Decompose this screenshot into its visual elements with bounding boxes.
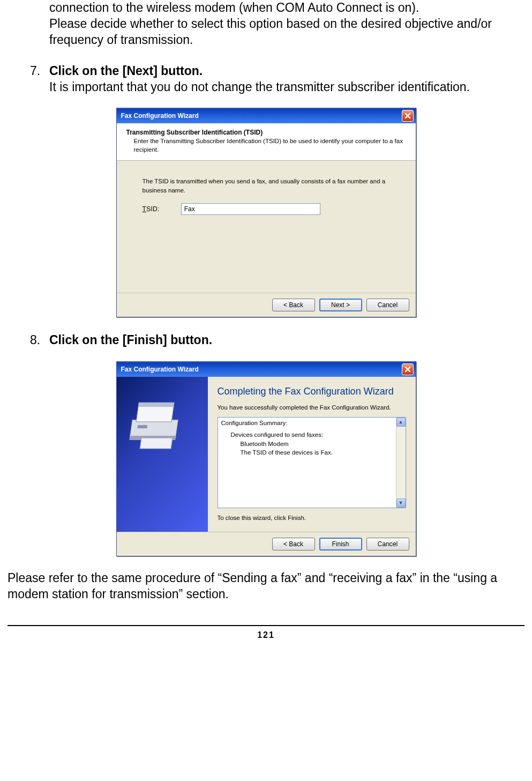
close-icon[interactable] <box>402 363 414 375</box>
step-8-number: 8. <box>30 332 49 348</box>
step-8: 8. Click on the [Finish] button. <box>8 332 524 348</box>
step-7: 7. Click on the [Next] button. It is imp… <box>8 63 524 95</box>
dialog-finish-para1: You have successfully completed the Fax … <box>218 403 406 412</box>
back-button[interactable]: < Back <box>272 299 315 311</box>
tsid-label: TSID: <box>143 205 160 213</box>
page-number: 121 <box>8 630 524 640</box>
dialog-finish-buttons: < Back Finish Cancel <box>117 532 416 556</box>
summary-label: Configuration Summary: <box>221 420 402 426</box>
back-button[interactable]: < Back <box>272 538 315 551</box>
intro-line1: connection to the wireless modem (when C… <box>49 0 524 16</box>
scroll-down-icon[interactable]: ▼ <box>396 499 406 508</box>
svg-rect-5 <box>140 438 173 449</box>
footer-rule <box>8 625 524 626</box>
configuration-summary: Configuration Summary: Devices configure… <box>218 417 406 508</box>
svg-rect-0 <box>129 420 178 438</box>
summary-line-1: Devices configured to send faxes: <box>231 430 402 440</box>
outro-text: Please refer to the same procedure of “S… <box>8 570 524 603</box>
dialog-tsid-header-desc: Enter the Transmitting Subscriber Identi… <box>126 137 406 154</box>
dialog-tsid-buttons: < Back Next > Cancel <box>117 293 416 317</box>
next-button[interactable]: Next > <box>319 299 362 311</box>
finish-button[interactable]: Finish <box>319 538 362 551</box>
scroll-up-icon[interactable]: ▲ <box>396 418 406 427</box>
dialog-finish-title: Fax Configuration Wizard <box>121 366 199 373</box>
cancel-button[interactable]: Cancel <box>366 299 409 311</box>
step-7-number: 7. <box>30 63 49 95</box>
svg-rect-3 <box>137 425 147 428</box>
cancel-button[interactable]: Cancel <box>366 538 409 551</box>
dialog-tsid-body: The TSID is transmitted when you send a … <box>117 161 416 293</box>
printer-icon <box>126 392 191 451</box>
summary-scrollbar[interactable]: ▲ ▼ <box>396 418 406 508</box>
dialog-finish-close-hint: To close this wizard, click Finish. <box>218 514 406 522</box>
dialog-finish: Fax Configuration Wizard <box>116 361 416 556</box>
close-icon[interactable] <box>402 110 414 122</box>
svg-rect-2 <box>138 403 174 407</box>
dialog-tsid-header-title: Transmitting Subscriber Identification (… <box>126 129 406 136</box>
tsid-input[interactable] <box>181 203 320 215</box>
summary-line-3: The TSID of these devices is Fax. <box>231 448 402 457</box>
dialog-tsid: Fax Configuration Wizard Transmitting Su… <box>116 108 416 317</box>
dialog-finish-big-title: Completing the Fax Configuration Wizard <box>218 385 406 398</box>
step-7-title: Click on the [Next] button. <box>49 63 524 79</box>
dialog-finish-main: Completing the Fax Configuration Wizard … <box>208 377 416 532</box>
step-7-note: It is important that you do not change t… <box>49 79 524 95</box>
dialog-tsid-titlebar: Fax Configuration Wizard <box>117 108 416 123</box>
dialog-tsid-header: Transmitting Subscriber Identification (… <box>117 123 416 161</box>
step-8-title: Click on the [Finish] button. <box>49 332 524 348</box>
dialog-tsid-title: Fax Configuration Wizard <box>121 112 199 120</box>
dialog-finish-side-graphic <box>117 377 208 532</box>
dialog-finish-titlebar: Fax Configuration Wizard <box>117 362 416 377</box>
summary-line-2: Bluetooth Modem <box>231 440 402 449</box>
dialog-tsid-body-note: The TSID is transmitted when you send a … <box>143 177 390 194</box>
intro-line2: Please decide whether to select this opt… <box>49 16 524 48</box>
